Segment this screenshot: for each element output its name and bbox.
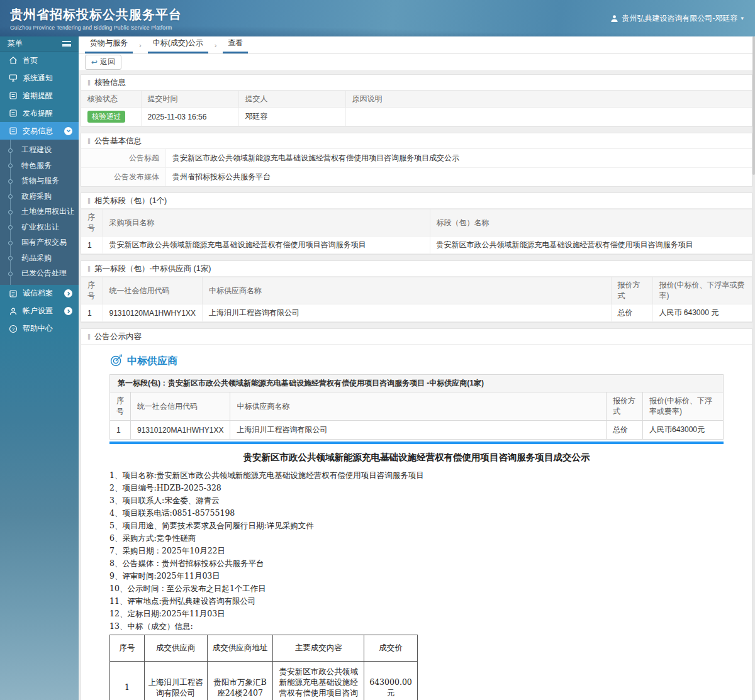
col-header: 成交价 <box>364 635 417 662</box>
target-icon <box>109 353 123 369</box>
back-button[interactable]: ↩ 返回 <box>85 55 121 70</box>
breadcrumb-award-publicity[interactable]: 中标(成交)公示 <box>148 38 208 53</box>
col-header: 中标供应商名称 <box>202 277 611 304</box>
chevron-right-circle-icon <box>64 289 72 297</box>
scrollbar-thumb[interactable] <box>752 36 755 175</box>
sidebar-item-home[interactable]: 首页 <box>0 52 79 69</box>
scrollbar[interactable] <box>752 36 755 700</box>
sidebar-item-account-settings[interactable]: 帐户设置 <box>0 303 79 320</box>
col-header: 统一社会信用代码 <box>131 392 230 421</box>
user-menu[interactable]: 贵州弘典建设咨询有限公司-邓廷容 ▾ <box>610 13 744 24</box>
doc-line: 10、公示时间：至公示发布之日起1个工作日 <box>109 584 724 592</box>
submenu-item-drug-procurement[interactable]: 药品采购 <box>0 250 79 266</box>
sidebar-item-overdue[interactable]: 逾期提醒 <box>0 87 79 104</box>
document-icon <box>8 126 18 136</box>
submenu-item-published-announcements[interactable]: 已发公告处理 <box>0 265 79 281</box>
breadcrumb-separator: › <box>139 42 142 53</box>
section-title-text: 相关标段（包）(1个) <box>94 196 167 206</box>
doc-line: 2、项目编号:HDZB-2025-328 <box>109 484 724 492</box>
trade-info-submenu: 工程建设 特色服务 货物与服务 政府采购 土地使用权出让 矿业权出让 国有产权交… <box>0 140 79 285</box>
app: 贵州省招标投标公共服务平台 GuiZhou Province Tendering… <box>0 0 755 700</box>
col-header: 标段（包）名称 <box>430 209 752 236</box>
supplier-address-cell: 贵阳市万象汇B座24楼2407 <box>207 662 273 700</box>
table-row: 1 上海汨川工程咨询有限公司 贵阳市万象汇B座24楼2407 贵安新区市政公共领… <box>110 662 418 700</box>
breadcrumb-view[interactable]: 查看 <box>223 38 248 53</box>
sidebar-item-publish-reminder[interactable]: 发布提醒 <box>0 104 79 122</box>
submenu-item-land-use[interactable]: 土地使用权出让 <box>0 204 79 219</box>
col-header: 报价(中标价、下浮率或费率) <box>652 277 752 304</box>
table-row: 1 91310120MA1HWHY1XX 上海汨川工程咨询有限公司 总价 人民币… <box>81 304 752 322</box>
platform-title: 贵州省招标投标公共服务平台 <box>10 6 182 23</box>
quote-type-cell: 总价 <box>611 304 652 322</box>
doc-line: 4、项目联系电话:0851-85755198 <box>109 509 724 517</box>
user-icon <box>610 14 618 23</box>
question-icon: ? <box>8 324 18 333</box>
hamburger-icon[interactable] <box>62 41 71 47</box>
submenu-item-gov-procurement[interactable]: 政府采购 <box>0 189 79 204</box>
person-icon <box>8 306 18 316</box>
award-content-cell: 贵安新区市政公共领域新能源充电基础设施经营权有偿使用项目咨询服务项目 <box>273 662 364 700</box>
submenu-item-goods-services[interactable]: 货物与服务 <box>0 173 79 189</box>
archive-icon <box>8 289 18 298</box>
submenu-item-state-property[interactable]: 国有产权交易 <box>0 235 79 250</box>
seq-cell: 1 <box>81 236 103 254</box>
col-header: 成交供应商地址 <box>207 635 273 662</box>
award-price-cell: 643000.00元 <box>364 662 417 700</box>
supplier-name-cell: 上海汨川工程咨询有限公司 <box>202 304 611 322</box>
col-header: 序号 <box>81 277 103 304</box>
announcement-document: 贵安新区市政公共领域新能源充电基础设施经营权有偿使用项目咨询服务项目成交公示 1… <box>109 444 724 700</box>
section-title-text: 公告基本信息 <box>94 136 142 147</box>
sidebar-menu-header: 菜单 <box>0 36 79 52</box>
section-marker-icon: ‖ <box>87 79 91 87</box>
breadcrumb-goods-services[interactable]: 货物与服务 <box>85 38 133 53</box>
document-icon <box>8 91 18 101</box>
field-value: 贵州省招标投标公共服务平台 <box>166 168 752 186</box>
col-header: 序号 <box>81 209 103 236</box>
reason-cell <box>345 108 752 126</box>
credit-code-cell: 91310120MA1HWHY1XX <box>131 421 230 440</box>
section-title-verify: ‖ 核验信息 <box>81 75 752 91</box>
announcement-media-row: 公告发布媒体 贵州省招标投标公共服务平台 <box>81 168 752 186</box>
section-marker-icon: ‖ <box>87 265 91 274</box>
announcement-title-row: 公告标题 贵安新区市政公共领域新能源充电基础设施经营权有偿使用项目咨询服务项目成… <box>81 149 752 168</box>
section-title-announcement: ‖ 公告基本信息 <box>81 133 752 149</box>
col-header: 报价(中标价、下浮率或费率) <box>643 392 724 421</box>
platform-subtitle: GuiZhou Province Tendering and Bidding P… <box>10 25 182 31</box>
verify-table: 核验状态 提交时间 提交人 原因说明 核验通过 2025-11-03 16:56… <box>81 91 752 126</box>
col-header: 采购项目名称 <box>103 209 430 236</box>
sidebar-item-notifications[interactable]: 系统通知 <box>0 69 79 87</box>
sidebar-item-integrity-archive[interactable]: 诚信档案 <box>0 285 79 303</box>
sidebar-item-help-center[interactable]: ? 帮助中心 <box>0 320 79 338</box>
submenu-item-mining-rights[interactable]: 矿业权出让 <box>0 219 79 235</box>
col-header: 序号 <box>110 635 145 662</box>
document-title: 贵安新区市政公共领域新能源充电基础设施经营权有偿使用项目咨询服务项目成交公示 <box>109 452 724 464</box>
submenu-item-special-services[interactable]: 特色服务 <box>0 158 79 174</box>
sidebar-item-trade-info[interactable]: 交易信息 <box>0 122 79 140</box>
content-scroll: ‖ 核验信息 核验状态 提交时间 提交人 原因说明 <box>79 71 755 700</box>
supplier-publication-block: 第一标段(包)：贵安新区市政公共领域新能源充电基础设施经营权有偿使用项目咨询服务… <box>109 374 724 444</box>
document-icon <box>8 109 18 118</box>
submit-time-cell: 2025-11-03 16:56 <box>141 108 238 126</box>
user-name: 贵州弘典建设咨询有限公司-邓廷容 <box>622 13 737 24</box>
doc-line: 11、评审地点:贵州弘典建设咨询有限公司 <box>109 597 724 605</box>
section-title-text: 核验信息 <box>94 77 126 88</box>
submitter-cell: 邓廷容 <box>238 108 345 126</box>
field-label: 公告标题 <box>81 149 166 167</box>
quote-type-cell: 总价 <box>607 421 643 440</box>
publication-section: ‖ 公告公示内容 <box>81 328 752 700</box>
sidebar: 菜单 首页 系统通知 逾期提醒 <box>0 36 79 700</box>
sidebar-item-label: 首页 <box>23 55 38 66</box>
quote-cell: 人民币 643000 元 <box>652 304 752 322</box>
winner-table: 序号 统一社会信用代码 中标供应商名称 报价方式 报价(中标价、下浮率或费率) … <box>81 277 752 322</box>
breadcrumb: 货物与服务 › 中标(成交)公示 › 查看 <box>79 36 755 54</box>
sidebar-item-label: 诚信档案 <box>23 288 53 299</box>
svg-text:?: ? <box>11 326 14 331</box>
publication-table: 序号 统一社会信用代码 中标供应商名称 报价方式 报价(中标价、下浮率或费率) <box>109 392 724 440</box>
sidebar-item-label: 系统通知 <box>23 73 53 84</box>
submenu-item-engineering[interactable]: 工程建设 <box>0 142 79 158</box>
status-badge: 核验通过 <box>87 111 125 123</box>
sidebar-item-label: 发布提醒 <box>23 108 53 119</box>
col-header: 报价方式 <box>607 392 643 421</box>
table-row: 核验通过 2025-11-03 16:56 邓廷容 <box>81 108 752 126</box>
lots-table: 序号 采购项目名称 标段（包）名称 1 贵安新区市政公共领域新能源充电基础设施经… <box>81 209 752 254</box>
